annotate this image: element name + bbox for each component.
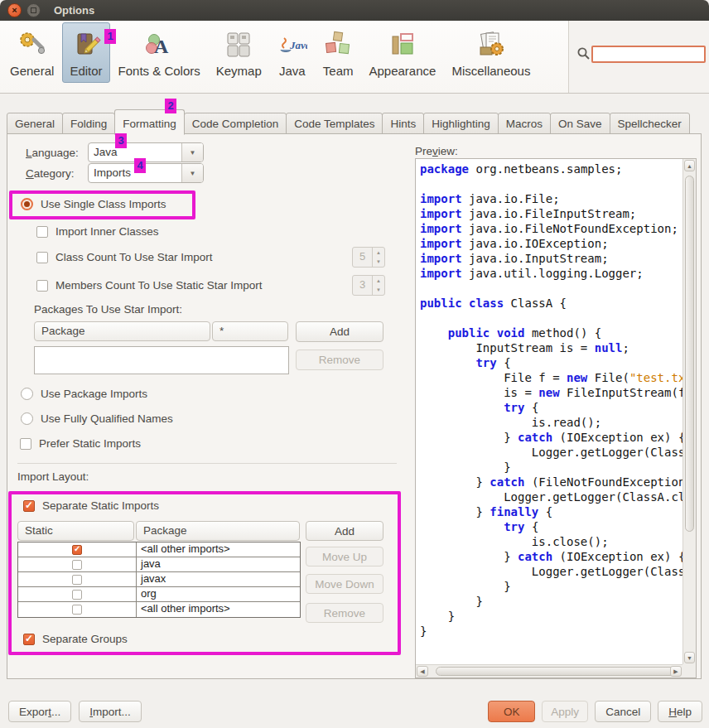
miscellaneous-icon <box>476 30 506 60</box>
footer-left: Export... Import... <box>8 701 142 722</box>
checkbox-checked[interactable] <box>23 500 35 512</box>
layout-move-up-button[interactable]: Move Up <box>306 547 383 566</box>
use-package-imports-option[interactable]: Use Package Imports <box>21 388 147 400</box>
prefer-static-imports-option[interactable]: Prefer Static Imports <box>20 437 141 450</box>
spinner-up-icon[interactable]: ▲ <box>373 276 384 286</box>
table-row[interactable]: java <box>18 557 300 572</box>
import-button[interactable]: Import... <box>79 701 142 722</box>
tab-general[interactable]: General <box>7 113 63 134</box>
code-editor[interactable]: package org.netbeans.samples; import jav… <box>416 159 682 664</box>
toolbar-button-general[interactable]: General <box>2 22 61 83</box>
checkbox[interactable] <box>36 226 48 238</box>
static-checkbox[interactable] <box>72 590 82 600</box>
pkg-column-header-star[interactable]: * <box>212 321 288 341</box>
toolbar-label: Editor <box>70 64 102 78</box>
horizontal-scroll-thumb[interactable] <box>436 667 676 676</box>
close-button[interactable]: × <box>7 3 22 17</box>
apply-button[interactable]: Apply <box>542 701 588 722</box>
toolbar-label: Java <box>279 64 306 78</box>
package-cell[interactable]: javax <box>136 572 300 586</box>
package-cell[interactable]: <all other imports> <box>136 602 300 617</box>
scroll-down-icon[interactable]: ▼ <box>684 652 695 663</box>
export-button[interactable]: Export... <box>8 701 71 722</box>
scroll-right-icon[interactable]: ▶ <box>670 666 682 677</box>
table-row[interactable]: org <box>18 587 300 602</box>
cancel-button[interactable]: Cancel <box>595 701 651 722</box>
spinner-down-icon[interactable]: ▼ <box>373 258 384 268</box>
tab-code-completion[interactable]: Code Completion <box>184 113 287 134</box>
tab-highlighting[interactable]: Highlighting <box>423 113 499 134</box>
radio[interactable] <box>21 388 33 400</box>
checkbox[interactable] <box>36 252 48 263</box>
static-checkbox[interactable] <box>72 575 82 585</box>
checkbox-checked[interactable] <box>23 634 35 645</box>
horizontal-scrollbar[interactable]: ◀ ▶ <box>416 664 682 677</box>
layout-add-button[interactable]: Add <box>306 521 383 541</box>
package-cell[interactable]: <all other imports> <box>136 542 300 557</box>
toolbar-label: General <box>10 64 54 78</box>
pkg-column-header-package[interactable]: Package <box>34 321 210 341</box>
vertical-scroll-thumb[interactable] <box>685 176 694 532</box>
table-row[interactable]: <all other imports> <box>18 542 300 557</box>
pkg-table-body[interactable] <box>34 346 289 374</box>
category-label: Category: <box>26 167 75 180</box>
restore-button[interactable] <box>27 3 41 17</box>
vertical-scrollbar[interactable]: ▲ ▼ <box>682 159 696 664</box>
toolbar-button-keymap[interactable]: Keymap <box>209 22 269 83</box>
toolbar-label: Appearance <box>369 64 436 78</box>
layout-column-header-static[interactable]: Static <box>17 521 134 541</box>
scroll-left-icon[interactable]: ◀ <box>417 666 428 677</box>
language-combobox[interactable]: Java ▼ <box>88 142 204 162</box>
import-inner-classes-option[interactable]: Import Inner Classes <box>36 225 159 238</box>
static-checkbox-checked[interactable] <box>72 545 82 555</box>
toolbar-button-java[interactable]: Java Java <box>270 22 315 83</box>
pkg-remove-button[interactable]: Remove <box>296 350 383 370</box>
team-icon <box>323 30 353 60</box>
static-checkbox[interactable] <box>72 560 82 570</box>
chevron-down-icon[interactable]: ▼ <box>181 143 203 162</box>
spinner-down-icon[interactable]: ▼ <box>373 286 384 296</box>
members-count-spinner[interactable]: 3 ▲▼ <box>352 275 385 296</box>
members-count-option[interactable]: Members Count To Use Static Star Import <box>36 279 263 292</box>
checkbox[interactable] <box>20 438 31 450</box>
chevron-down-icon[interactable]: ▼ <box>181 164 203 182</box>
static-checkbox[interactable] <box>72 605 82 615</box>
toolbar-button-appearance[interactable]: Appearance <box>361 22 443 83</box>
tab-code-templates[interactable]: Code Templates <box>286 113 383 134</box>
table-row[interactable]: <all other imports> <box>18 602 300 617</box>
layout-column-header-package[interactable]: Package <box>136 521 300 541</box>
use-fully-qualified-option[interactable]: Use Fully Qualified Names <box>21 412 173 425</box>
search-input[interactable] <box>591 46 706 63</box>
package-cell[interactable]: java <box>136 557 300 571</box>
pkg-add-button[interactable]: Add <box>296 321 383 342</box>
ok-button[interactable]: OK <box>488 701 535 722</box>
tab-on-save[interactable]: On Save <box>550 113 610 134</box>
radio-selected[interactable] <box>21 198 33 210</box>
import-layout-table[interactable]: <all other imports>javajavaxorg<all othe… <box>17 542 301 618</box>
tab-macros[interactable]: Macros <box>498 113 551 134</box>
annotation-marker-2: 2 <box>165 99 176 113</box>
tab-hints[interactable]: Hints <box>382 113 424 134</box>
radio[interactable] <box>21 412 33 425</box>
separate-groups-option[interactable]: Separate Groups <box>23 633 128 645</box>
package-cell[interactable]: org <box>136 587 300 601</box>
table-row[interactable]: javax <box>18 572 300 587</box>
toolbar-button-miscellaneous[interactable]: Miscellaneous <box>444 22 538 83</box>
category-combobox[interactable]: Imports ▼ <box>88 163 204 183</box>
help-button[interactable]: Help <box>658 701 702 722</box>
window-title: Options <box>54 4 94 17</box>
use-single-class-imports-option[interactable]: Use Single Class Imports <box>21 198 166 210</box>
spinner-up-icon[interactable]: ▲ <box>373 248 384 258</box>
layout-remove-button[interactable]: Remove <box>306 603 383 623</box>
tab-folding[interactable]: Folding <box>62 113 115 134</box>
toolbar-button-fonts-colors[interactable]: A Fonts & Colors <box>111 22 208 83</box>
class-count-spinner[interactable]: 5 ▲▼ <box>352 247 385 268</box>
separate-static-imports-option[interactable]: Separate Static Imports <box>23 499 159 512</box>
scroll-up-icon[interactable]: ▲ <box>684 160 695 171</box>
checkbox[interactable] <box>36 280 48 292</box>
tab-spellchecker[interactable]: Spellchecker <box>610 113 690 134</box>
toolbar-button-team[interactable]: Team <box>316 22 361 83</box>
toolbar-button-editor[interactable]: Editor <box>62 22 109 83</box>
layout-move-down-button[interactable]: Move Down <box>306 574 383 594</box>
class-count-option[interactable]: Class Count To Use Star Import <box>36 251 213 263</box>
